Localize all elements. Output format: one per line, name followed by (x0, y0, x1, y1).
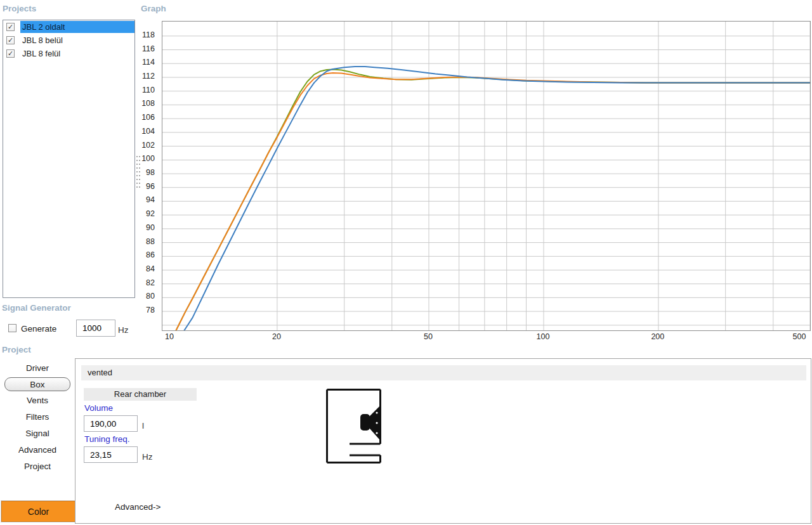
color-button-label: Color (28, 507, 49, 517)
volume-label: Volume (84, 403, 113, 413)
y-tick-label: 94 (133, 195, 155, 204)
project-item-label[interactable]: JBL 8 felül (20, 48, 134, 60)
project-list-item[interactable]: ✓ JBL 8 felül (3, 47, 134, 60)
rear-chamber-label: Rear chamber (84, 388, 197, 401)
y-tick-label: 86 (133, 250, 155, 259)
graph-section-title: Graph (141, 4, 166, 13)
check-icon: ✓ (8, 23, 13, 30)
y-tick-label: 88 (133, 237, 155, 246)
box-settings-panel: vented Rear chamber Volume l Tuning freq… (75, 358, 811, 524)
tab-filters[interactable]: Filters (0, 410, 75, 424)
tuning-freq-unit: Hz (142, 452, 153, 462)
box-type-header[interactable]: vented (81, 365, 806, 380)
x-tick-label: 10 (157, 332, 182, 341)
project-checkbox[interactable]: ✓ (6, 23, 15, 31)
generator-frequency-unit: Hz (118, 325, 129, 335)
volume-unit: l (142, 421, 144, 431)
y-tick-label: 108 (133, 99, 155, 108)
projects-list[interactable]: ✓ JBL 2 oldalt ✓ JBL 8 belül ✓ JBL 8 fel… (3, 20, 135, 298)
x-tick-label: 50 (416, 332, 441, 341)
tuning-freq-label: Tuning freq. (84, 434, 130, 444)
x-tick-label: 100 (530, 332, 556, 341)
y-tick-label: 84 (133, 264, 155, 273)
project-list-item[interactable]: ✓ JBL 2 oldalt (3, 20, 134, 34)
vented-box-diagram-icon (326, 389, 381, 463)
tab-signal[interactable]: Signal (0, 427, 75, 441)
tab-advanced[interactable]: Advanced (0, 443, 75, 457)
y-tick-label: 80 (133, 292, 155, 301)
project-item-label[interactable]: JBL 8 belül (20, 34, 134, 46)
check-icon: ✓ (8, 50, 13, 57)
project-section-title: Project (2, 345, 31, 354)
tab-project[interactable]: Project (0, 460, 75, 474)
project-list-item[interactable]: ✓ JBL 8 belül (3, 34, 134, 47)
app-window: Projects ✓ JBL 2 oldalt ✓ JBL 8 belül ✓ … (0, 0, 812, 525)
tab-driver[interactable]: Driver (0, 361, 75, 375)
y-tick-label: 92 (133, 209, 155, 218)
color-button[interactable]: Color (1, 501, 75, 522)
x-tick-label: 500 (787, 332, 812, 341)
y-tick-label: 78 (133, 306, 155, 314)
tab-box[interactable]: Box (4, 377, 70, 391)
y-tick-label: 90 (133, 223, 155, 232)
check-icon: ✓ (8, 37, 13, 44)
x-tick-label: 200 (645, 332, 671, 341)
tuning-freq-input[interactable] (84, 446, 138, 463)
generate-label: Generate (21, 324, 56, 334)
project-item-label[interactable]: JBL 2 oldalt (20, 21, 134, 33)
y-tick-label: 106 (133, 113, 155, 122)
y-tick-label: 102 (133, 141, 155, 150)
y-tick-label: 82 (133, 278, 155, 287)
panel-splitter-handle[interactable] (136, 155, 141, 189)
tab-vents[interactable]: Vents (0, 394, 75, 408)
response-chart-plot-area (162, 21, 811, 331)
y-tick-label: 114 (133, 58, 155, 67)
y-tick-label: 112 (133, 72, 155, 81)
advanced-link[interactable]: Advanced-> (115, 502, 160, 512)
y-tick-label: 118 (133, 30, 155, 39)
y-tick-label: 116 (133, 44, 155, 53)
generator-frequency-input[interactable] (76, 320, 115, 337)
projects-section-title: Projects (3, 4, 36, 13)
project-checkbox[interactable]: ✓ (6, 36, 15, 44)
volume-input[interactable] (84, 415, 138, 432)
y-tick-label: 104 (133, 127, 155, 136)
generate-checkbox[interactable] (8, 324, 16, 332)
response-chart (162, 22, 810, 330)
x-tick-label: 20 (264, 332, 289, 341)
y-tick-label: 110 (133, 86, 155, 94)
signal-generator-section-title: Signal Generator (2, 303, 71, 313)
project-checkbox[interactable]: ✓ (6, 49, 15, 58)
